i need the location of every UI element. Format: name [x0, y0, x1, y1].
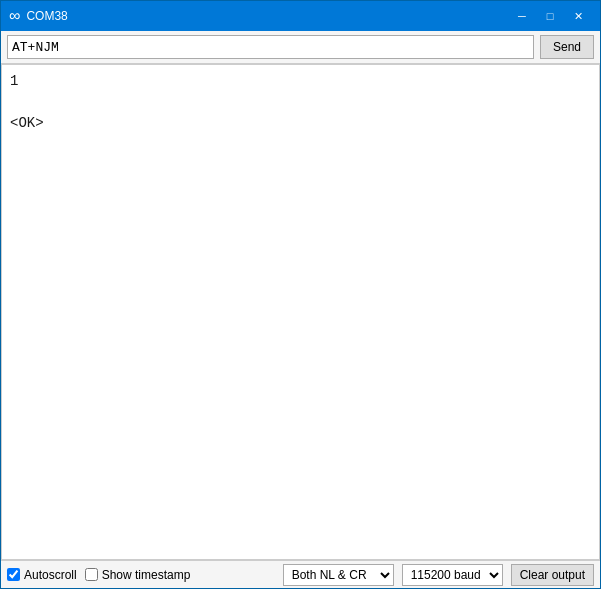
output-area[interactable]: 1<OK> [1, 64, 600, 560]
baud-rate-select[interactable]: 300 baud1200 baud2400 baud4800 baud9600 … [402, 564, 503, 586]
app-icon: ∞ [9, 7, 20, 25]
main-window: ∞ COM38 ─ □ ✕ Send 1<OK> Autoscroll Show… [0, 0, 601, 589]
autoscroll-checkbox[interactable] [7, 568, 20, 581]
close-button[interactable]: ✕ [564, 1, 592, 31]
clear-output-button[interactable]: Clear output [511, 564, 594, 586]
status-bar: Autoscroll Show timestamp No line ending… [1, 560, 600, 588]
window-title: COM38 [26, 9, 508, 23]
timestamp-label: Show timestamp [102, 568, 191, 582]
toolbar: Send [1, 31, 600, 64]
autoscroll-checkbox-label[interactable]: Autoscroll [7, 568, 77, 582]
output-line: <OK> [10, 113, 591, 134]
send-button[interactable]: Send [540, 35, 594, 59]
line-ending-select[interactable]: No line endingNewlineCarriage returnBoth… [283, 564, 394, 586]
title-bar: ∞ COM38 ─ □ ✕ [1, 1, 600, 31]
timestamp-checkbox-label[interactable]: Show timestamp [85, 568, 191, 582]
command-input[interactable] [7, 35, 534, 59]
maximize-button[interactable]: □ [536, 1, 564, 31]
minimize-button[interactable]: ─ [508, 1, 536, 31]
timestamp-checkbox[interactable] [85, 568, 98, 581]
output-line: 1 [10, 71, 591, 92]
output-line [10, 92, 591, 113]
autoscroll-label: Autoscroll [24, 568, 77, 582]
window-controls: ─ □ ✕ [508, 1, 592, 31]
